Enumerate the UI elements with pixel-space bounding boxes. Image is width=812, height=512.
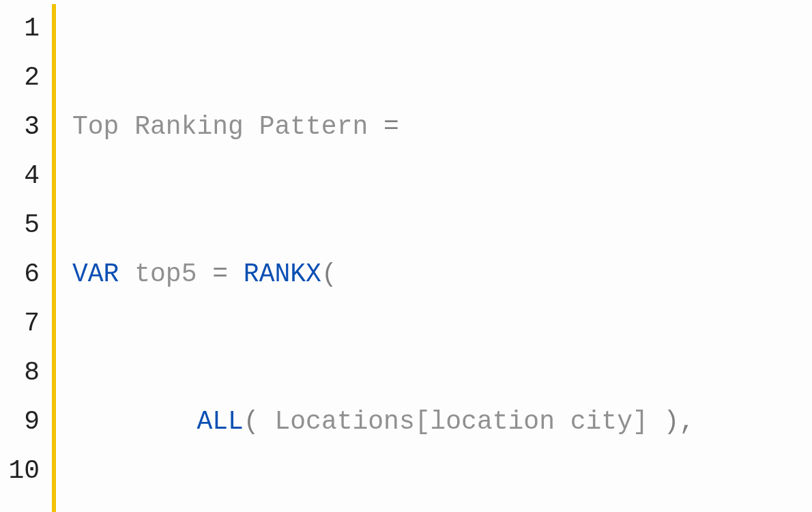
line-number: 6: [4, 250, 40, 299]
active-line-rule: [52, 4, 56, 512]
line-number-gutter: 1 2 3 4 5 6 7 8 9 10: [4, 4, 52, 512]
line-number: 1: [4, 4, 40, 53]
line-number: 5: [4, 201, 40, 250]
code-line[interactable]: ALL( Locations[location city] ),: [72, 397, 695, 446]
line-number: 3: [4, 102, 40, 152]
line-number: 2: [4, 53, 40, 102]
line-number: 8: [4, 348, 40, 397]
line-number: 10: [4, 446, 40, 496]
code-editor: 1 2 3 4 5 6 7 8 9 10 Top Ranking Pattern…: [0, 0, 812, 512]
code-line[interactable]: Top Ranking Pattern =: [72, 102, 695, 152]
code-line[interactable]: VAR top5 = RANKX(: [72, 250, 695, 299]
line-number: 7: [4, 299, 40, 348]
code-area[interactable]: Top Ranking Pattern = VAR top5 = RANKX( …: [72, 4, 695, 512]
line-number: 9: [4, 397, 40, 446]
line-number: 4: [4, 152, 40, 201]
